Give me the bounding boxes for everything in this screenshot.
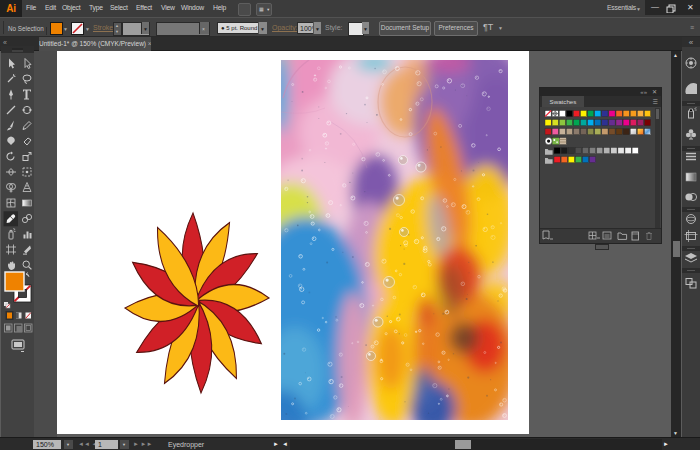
svg-text:«: « <box>689 38 694 47</box>
